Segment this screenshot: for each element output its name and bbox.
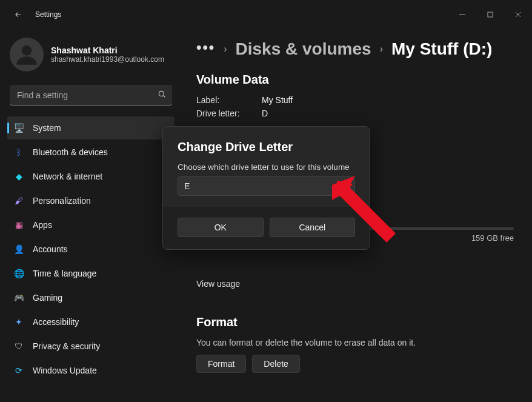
nav-label: Accessibility bbox=[33, 317, 79, 327]
nav-label: Accounts bbox=[33, 244, 68, 254]
letter-key: Drive letter: bbox=[196, 109, 245, 118]
svg-rect-0 bbox=[488, 12, 493, 17]
sidebar-item-time-language[interactable]: 🌐Time & language bbox=[7, 262, 175, 285]
profile-text: Shashwat Khatri shashwat.khatri1993@outl… bbox=[51, 45, 164, 64]
nav-label: Bluetooth & devices bbox=[33, 147, 108, 157]
change-drive-letter-dialog: Change Drive Letter Choose which drive l… bbox=[162, 126, 370, 250]
sidebar-item-network-internet[interactable]: ◆Network & internet bbox=[7, 165, 175, 188]
search-wrap bbox=[10, 85, 172, 106]
volume-heading: Volume Data bbox=[196, 73, 514, 87]
search-input[interactable] bbox=[10, 85, 172, 106]
avatar bbox=[10, 38, 44, 72]
nav-icon: ᛒ bbox=[13, 147, 24, 158]
nav-label: Gaming bbox=[33, 293, 62, 303]
nav-label: Privacy & security bbox=[33, 341, 100, 351]
sidebar-item-privacy-security[interactable]: 🛡Privacy & security bbox=[7, 335, 175, 358]
nav-icon: 🛡 bbox=[13, 341, 24, 352]
profile-name: Shashwat Khatri bbox=[51, 45, 164, 55]
profile-block[interactable]: Shashwat Khatri shashwat.khatri1993@outl… bbox=[7, 34, 175, 79]
nav-list: 🖥️SystemᛒBluetooth & devices◆Network & i… bbox=[7, 116, 175, 382]
nav-label: Apps bbox=[33, 220, 52, 230]
delete-button[interactable]: Delete bbox=[252, 355, 299, 373]
nav-icon: 🎮 bbox=[13, 292, 24, 303]
breadcrumb-parent[interactable]: Disks & volumes bbox=[236, 39, 371, 59]
format-buttons: Format Delete bbox=[196, 355, 514, 373]
volume-label-row: Label: My Stuff bbox=[196, 95, 514, 105]
format-heading: Format bbox=[196, 315, 514, 329]
minimize-button[interactable] bbox=[448, 5, 476, 24]
chevron-right-icon: › bbox=[380, 44, 383, 55]
label-value: My Stuff bbox=[262, 95, 293, 105]
format-desc: You can format or delete the volume to e… bbox=[196, 338, 514, 347]
format-button[interactable]: Format bbox=[196, 355, 246, 373]
view-usage-link[interactable]: View usage bbox=[196, 279, 514, 289]
drive-letter-dropdown[interactable]: E bbox=[178, 176, 355, 196]
sidebar: Shashwat Khatri shashwat.khatri1993@outl… bbox=[0, 29, 182, 402]
close-button[interactable] bbox=[504, 5, 532, 24]
volume-letter-row: Drive letter: D bbox=[196, 109, 514, 118]
dialog-title: Change Drive Letter bbox=[178, 140, 355, 154]
nav-label: Network & internet bbox=[33, 172, 102, 181]
nav-label: Time & language bbox=[33, 269, 96, 278]
svg-point-1 bbox=[22, 45, 32, 56]
chevron-down-icon bbox=[342, 181, 348, 191]
chevron-right-icon: › bbox=[224, 44, 227, 55]
nav-icon: ✦ bbox=[13, 317, 24, 327]
nav-label: System bbox=[33, 123, 61, 133]
nav-icon: 👤 bbox=[13, 244, 24, 255]
sidebar-item-system[interactable]: 🖥️System bbox=[7, 116, 175, 139]
nav-icon: ⟳ bbox=[13, 365, 24, 376]
label-key: Label: bbox=[196, 95, 245, 105]
breadcrumb-more[interactable]: ••• bbox=[196, 39, 215, 59]
sidebar-item-apps[interactable]: ▦Apps bbox=[7, 213, 175, 236]
nav-icon: 🌐 bbox=[13, 268, 24, 279]
sidebar-item-gaming[interactable]: 🎮Gaming bbox=[7, 286, 175, 309]
sidebar-item-windows-update[interactable]: ⟳Windows Update bbox=[7, 359, 175, 382]
sidebar-item-personalization[interactable]: 🖌Personalization bbox=[7, 189, 175, 212]
nav-icon: ▦ bbox=[13, 219, 24, 230]
ok-button[interactable]: OK bbox=[178, 218, 264, 237]
maximize-button[interactable] bbox=[476, 5, 504, 24]
titlebar: Settings bbox=[0, 0, 532, 29]
nav-label: Windows Update bbox=[33, 366, 97, 375]
letter-value: D bbox=[262, 109, 268, 118]
nav-label: Personalization bbox=[33, 196, 91, 206]
dialog-desc: Choose which drive letter to use for thi… bbox=[178, 162, 355, 172]
sidebar-item-bluetooth-devices[interactable]: ᛒBluetooth & devices bbox=[7, 141, 175, 164]
dropdown-value: E bbox=[184, 181, 190, 191]
breadcrumb: ••• › Disks & volumes › My Stuff (D:) bbox=[196, 34, 514, 69]
nav-icon: 🖥️ bbox=[13, 122, 24, 133]
sidebar-item-accessibility[interactable]: ✦Accessibility bbox=[7, 310, 175, 333]
sidebar-item-accounts[interactable]: 👤Accounts bbox=[7, 238, 175, 261]
window-title: Settings bbox=[35, 10, 61, 19]
profile-email: shashwat.khatri1993@outlook.com bbox=[51, 55, 164, 64]
breadcrumb-current: My Stuff (D:) bbox=[391, 39, 492, 59]
nav-icon: ◆ bbox=[13, 171, 24, 182]
nav-icon: 🖌 bbox=[13, 195, 24, 206]
back-button[interactable] bbox=[10, 6, 27, 23]
window-controls bbox=[448, 5, 532, 24]
cancel-button[interactable]: Cancel bbox=[270, 218, 356, 237]
